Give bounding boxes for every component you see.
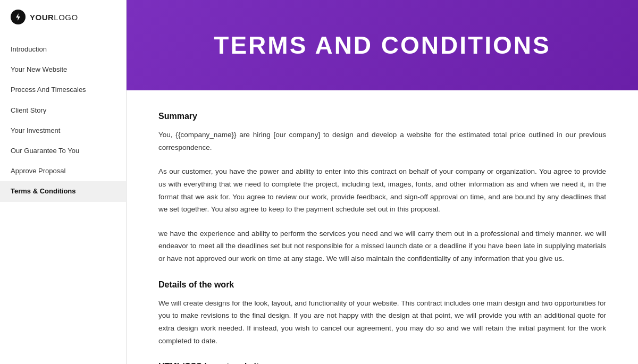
html-css-heading: HTML/CSS layout and site [158,362,606,364]
details-heading: Details of the work [158,280,606,290]
logo-area: YOURLOGO [0,0,126,34]
sidebar-item-process-and-timescales[interactable]: Process And Timescales [0,80,126,100]
content-area: Summary You, {{company_name}} are hiring… [127,90,638,364]
svg-marker-0 [16,13,20,21]
sidebar-item-terms-conditions[interactable]: Terms & Conditions [0,181,126,201]
main-content: TERMS AND CONDITIONS Summary You, {{comp… [127,0,638,364]
logo-icon [11,10,26,24]
summary-paragraph-1: You, {{company_name}} are hiring [our co… [158,129,606,154]
sidebar-item-our-guarantee[interactable]: Our Guarantee To You [0,141,126,161]
summary-paragraph-3: we have the experience and ability to pe… [158,227,606,265]
summary-heading: Summary [158,112,606,121]
sidebar: YOURLOGO Introduction Your New Website P… [0,0,127,364]
sidebar-item-your-new-website[interactable]: Your New Website [0,60,126,80]
sidebar-item-approve-proposal[interactable]: Approve Proposal [0,161,126,181]
sidebar-nav: Introduction Your New Website Process An… [0,34,126,202]
page-title: TERMS AND CONDITIONS [214,31,550,60]
logo-text: YOURLOGO [30,13,78,22]
summary-paragraph-2: As our customer, you have the power and … [158,165,606,216]
header-banner: TERMS AND CONDITIONS [127,0,638,90]
sidebar-item-introduction[interactable]: Introduction [0,39,126,60]
sidebar-item-client-story[interactable]: Client Story [0,100,126,121]
details-paragraph-1: We will create designs for the look, lay… [158,297,606,348]
sidebar-item-your-investment[interactable]: Your Investment [0,121,126,141]
